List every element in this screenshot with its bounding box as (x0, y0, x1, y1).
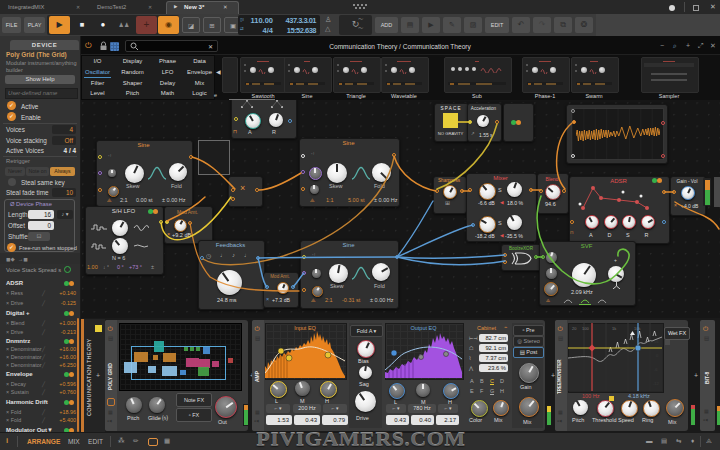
svg-text:100: 100 (582, 326, 589, 331)
svg-text:1k: 1k (612, 326, 616, 331)
svg-text:10k: 10k (634, 326, 640, 331)
svg-text:20: 20 (572, 326, 577, 331)
